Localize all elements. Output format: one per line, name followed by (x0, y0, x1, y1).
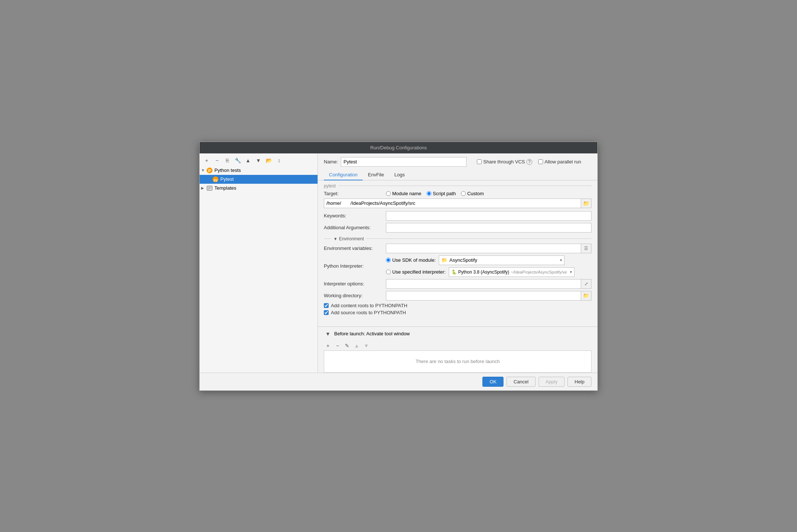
dialog-body: + − ⎘ 🔧 ▲ ▼ 📂 (200, 153, 597, 373)
working-dir-input[interactable] (386, 291, 581, 301)
script-path-radio[interactable] (427, 191, 431, 196)
expand-icon: ⤢ (584, 281, 588, 287)
title-bar: Run/Debug Configurations (200, 142, 597, 153)
tree-item-python-tests[interactable]: ▼ P Python tests (200, 166, 318, 175)
pytest-section-line (339, 186, 591, 186)
folder-icon: 📁 (583, 200, 589, 206)
share-vcs-checkbox[interactable] (477, 159, 482, 164)
run-debug-dialog: Run/Debug Configurations + − ⎘ 🔧 ▲ (199, 142, 598, 391)
custom-radio[interactable] (461, 191, 466, 196)
keywords-label: Keywords: (324, 213, 383, 218)
apply-button[interactable]: Apply (539, 377, 565, 387)
bl-down-button[interactable]: ▼ (362, 342, 370, 350)
add-source-roots-checkbox[interactable] (324, 310, 329, 315)
target-row: Target: Module name Script path Custo (324, 191, 591, 196)
dialog-title: Run/Debug Configurations (370, 145, 427, 150)
help-button[interactable]: Help (567, 377, 591, 387)
add-source-roots-label: Add source roots to PYTHONPATH (331, 310, 406, 315)
interp-options-container: Use SDK of module: 📁 AsyncSpotify ▾ (386, 255, 574, 277)
bl-add-button[interactable]: + (324, 342, 332, 350)
interp-options-input[interactable] (386, 279, 581, 289)
use-specified-row: Use specified interpreter: 🐍 Python 3.8 … (386, 267, 574, 277)
before-launch-header: ▼ Before launch: Activate tool window (318, 327, 597, 341)
move-down-button[interactable]: ▼ (254, 156, 262, 165)
working-dir-folder-icon: 📁 (583, 293, 589, 298)
path-browse-button[interactable]: 📁 (581, 199, 591, 208)
env-vars-input[interactable] (386, 244, 581, 253)
use-specified-option[interactable]: Use specified interpreter: (386, 269, 446, 275)
svg-text:py: py (214, 178, 218, 182)
custom-option[interactable]: Custom (461, 191, 484, 196)
use-sdk-row: Use SDK of module: 📁 AsyncSpotify ▾ (386, 255, 574, 265)
add-source-roots-row: Add source roots to PYTHONPATH (324, 310, 591, 315)
keywords-input[interactable] (386, 211, 591, 221)
specified-interp-value: Python 3.8 (AsyncSpotify) (458, 270, 509, 275)
additional-args-label: Additional Arguments: (324, 225, 383, 230)
ok-button[interactable]: OK (482, 377, 503, 387)
tab-configuration[interactable]: Configuration (324, 170, 363, 180)
module-name-radio[interactable] (386, 191, 391, 196)
templates-label: Templates (214, 185, 236, 191)
working-dir-label: Working directory: (324, 293, 383, 298)
module-name-option[interactable]: Module name (386, 191, 421, 196)
footer: OK Cancel Apply Help (200, 373, 597, 390)
move-up-button[interactable]: ▲ (244, 156, 252, 165)
bl-up-button[interactable]: ▲ (353, 342, 361, 350)
specified-interp-dropdown[interactable]: 🐍 Python 3.8 (AsyncSpotify) ~/IdeaProjec… (449, 267, 574, 277)
env-vars-label: Environment variables: (324, 245, 383, 251)
name-row: Name: Share through VCS ? Allow parallel… (318, 153, 597, 170)
working-dir-browse-button[interactable]: 📁 (581, 291, 591, 301)
config-panel: pytest Target: Module name Script path (318, 180, 597, 323)
add-content-roots-label: Add content roots to PYTHONPATH (331, 303, 407, 308)
cancel-button[interactable]: Cancel (506, 377, 535, 387)
path-input[interactable] (324, 199, 581, 208)
bl-edit-button[interactable]: ✎ (343, 342, 351, 350)
tree-item-templates[interactable]: ▶ Templates (200, 184, 318, 193)
add-content-roots-row: Add content roots to PYTHONPATH (324, 303, 591, 308)
folder-button[interactable]: 📂 (265, 156, 273, 165)
tab-envfile[interactable]: EnvFile (363, 170, 389, 180)
env-vars-browse-button[interactable]: ☰ (581, 244, 591, 253)
bl-remove-button[interactable]: − (333, 342, 342, 350)
sort-button[interactable]: ↕ (275, 156, 283, 165)
use-sdk-radio[interactable] (386, 258, 391, 262)
settings-config-button[interactable]: 🔧 (234, 156, 242, 165)
allow-parallel-label[interactable]: Allow parallel run (538, 159, 581, 165)
keywords-row: Keywords: (324, 211, 591, 221)
tree-item-pytest[interactable]: py Pytest (200, 175, 318, 184)
env-vars-icon: ☰ (584, 246, 588, 251)
add-content-roots-checkbox[interactable] (324, 303, 329, 308)
sdk-dropdown[interactable]: 📁 AsyncSpotify ▾ (439, 255, 564, 265)
right-panel: Name: Share through VCS ? Allow parallel… (318, 153, 597, 373)
python-tests-icon: P (206, 167, 213, 174)
pytest-section-label: pytest (324, 183, 336, 189)
python-icon: 🐍 (451, 270, 457, 275)
script-path-option[interactable]: Script path (427, 191, 456, 196)
add-config-button[interactable]: + (203, 156, 211, 165)
tab-logs[interactable]: Logs (389, 170, 410, 180)
pytest-label: Pytest (220, 176, 234, 182)
copy-config-button[interactable]: ⎘ (223, 156, 231, 165)
python-tests-label: Python tests (214, 167, 241, 173)
additional-args-input[interactable] (386, 223, 591, 233)
sdk-value: AsyncSpotify (450, 257, 477, 263)
interp-options-expand-button[interactable]: ⤢ (581, 279, 591, 289)
environment-label: Environment (339, 236, 364, 241)
before-launch-toolbar: + − ✎ ▲ ▼ (318, 341, 597, 350)
name-field-label: Name: (324, 159, 338, 165)
collapse-arrow: ▼ (201, 168, 206, 172)
tabs-bar: Configuration EnvFile Logs (318, 170, 597, 180)
use-specified-radio[interactable] (386, 270, 391, 274)
target-label: Target: (324, 191, 383, 196)
working-dir-row: Working directory: 📁 (324, 291, 591, 301)
environment-collapse-button[interactable]: ▼ (333, 237, 339, 241)
remove-config-button[interactable]: − (213, 156, 221, 165)
use-sdk-option[interactable]: Use SDK of module: (386, 257, 436, 263)
pytest-icon: py (212, 176, 219, 183)
share-vcs-label[interactable]: Share through VCS ? (477, 159, 532, 165)
before-launch-collapse-button[interactable]: ▼ (324, 330, 332, 338)
left-toolbar: + − ⎘ 🔧 ▲ ▼ 📂 (200, 155, 318, 166)
share-vcs-help-icon[interactable]: ? (526, 159, 532, 165)
allow-parallel-checkbox[interactable] (538, 159, 543, 164)
name-input[interactable] (341, 157, 467, 167)
